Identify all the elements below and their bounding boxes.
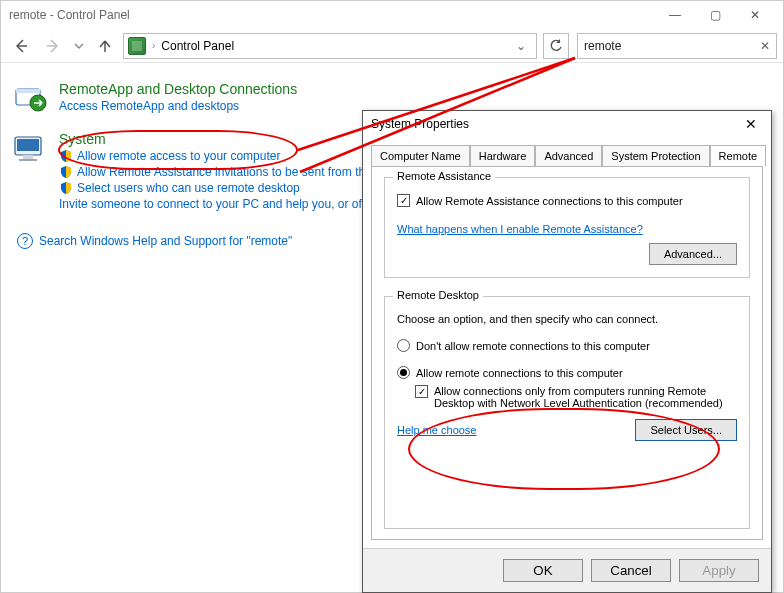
link-select-users[interactable]: Select users who can use remote desktop — [77, 181, 300, 195]
shield-icon — [59, 181, 73, 195]
close-button[interactable]: ✕ — [735, 3, 775, 27]
breadcrumb[interactable]: Control Panel — [161, 39, 234, 53]
system-icon — [13, 131, 47, 165]
chevron-down-icon — [74, 41, 84, 51]
checkbox-allow-ra-label: Allow Remote Assistance connections to t… — [416, 195, 683, 207]
tab-hardware[interactable]: Hardware — [470, 145, 536, 166]
checkbox-nla-label: Allow connections only from computers ru… — [434, 385, 734, 409]
ok-button[interactable]: OK — [503, 559, 583, 582]
address-bar[interactable]: › Control Panel ⌄ — [123, 33, 537, 59]
minimize-button[interactable]: — — [655, 3, 695, 27]
recent-dropdown[interactable] — [71, 33, 87, 59]
checkbox-allow-ra[interactable]: ✓ — [397, 194, 410, 207]
link-help-me-choose[interactable]: Help me choose — [397, 424, 477, 436]
shield-icon — [59, 165, 73, 179]
checkbox-nla[interactable]: ✓ — [415, 385, 428, 398]
toolbar: › Control Panel ⌄ remote ✕ — [1, 29, 783, 63]
radio-allow[interactable] — [397, 366, 410, 379]
clear-search-icon[interactable]: ✕ — [760, 39, 770, 53]
svg-rect-8 — [19, 159, 37, 161]
control-panel-icon — [128, 37, 146, 55]
search-input[interactable]: remote ✕ — [577, 33, 777, 59]
svg-rect-7 — [23, 155, 33, 159]
link-what-happens[interactable]: What happens when I enable Remote Assist… — [397, 223, 643, 235]
help-icon: ? — [17, 233, 33, 249]
radio-dont-allow-label: Don't allow remote connections to this c… — [416, 340, 650, 352]
link-allow-remote[interactable]: Allow remote access to your computer — [77, 149, 280, 163]
rd-instruction: Choose an option, and then specify who c… — [397, 313, 737, 325]
group-legend: Remote Assistance — [393, 170, 495, 182]
group-remote-desktop: Remote Desktop Choose an option, and the… — [384, 296, 750, 529]
window-titlebar: remote - Control Panel — ▢ ✕ — [1, 1, 783, 29]
svg-rect-6 — [17, 139, 39, 151]
remoteapp-icon — [13, 81, 47, 115]
tab-system-protection[interactable]: System Protection — [602, 145, 709, 166]
refresh-icon — [549, 39, 563, 53]
chevron-right-icon: › — [152, 40, 155, 51]
dialog-content: Remote Assistance ✓ Allow Remote Assista… — [371, 166, 763, 540]
tab-advanced[interactable]: Advanced — [535, 145, 602, 166]
tab-remote[interactable]: Remote — [710, 145, 767, 166]
forward-button[interactable] — [39, 33, 67, 59]
window-title: remote - Control Panel — [9, 8, 130, 22]
shield-icon — [59, 149, 73, 163]
result-sublink[interactable]: Access RemoteApp and desktops — [59, 99, 297, 113]
dialog-titlebar: System Properties ✕ — [363, 111, 771, 137]
dialog-close-button[interactable]: ✕ — [739, 114, 763, 134]
dialog-title: System Properties — [371, 117, 469, 131]
dialog-buttonbar: OK Cancel Apply — [363, 548, 771, 592]
arrow-left-icon — [13, 38, 29, 54]
radio-dont-allow[interactable] — [397, 339, 410, 352]
advanced-button[interactable]: Advanced... — [649, 243, 737, 265]
select-users-button[interactable]: Select Users... — [635, 419, 737, 441]
system-properties-dialog: System Properties ✕ Computer Name Hardwa… — [362, 110, 772, 593]
dialog-tabs: Computer Name Hardware Advanced System P… — [363, 137, 771, 166]
refresh-button[interactable] — [543, 33, 569, 59]
search-query: remote — [584, 39, 760, 53]
help-hint-text: Search Windows Help and Support for "rem… — [39, 234, 292, 248]
tab-computer-name[interactable]: Computer Name — [371, 145, 470, 166]
cancel-button[interactable]: Cancel — [591, 559, 671, 582]
group-remote-assistance: Remote Assistance ✓ Allow Remote Assista… — [384, 177, 750, 278]
back-button[interactable] — [7, 33, 35, 59]
apply-button[interactable]: Apply — [679, 559, 759, 582]
radio-allow-label: Allow remote connections to this compute… — [416, 367, 623, 379]
group-legend: Remote Desktop — [393, 289, 483, 301]
address-dropdown[interactable]: ⌄ — [510, 39, 532, 53]
arrow-up-icon — [97, 38, 113, 54]
maximize-button[interactable]: ▢ — [695, 3, 735, 27]
result-title[interactable]: RemoteApp and Desktop Connections — [59, 81, 297, 97]
svg-rect-3 — [16, 89, 40, 93]
arrow-right-icon — [45, 38, 61, 54]
up-button[interactable] — [91, 33, 119, 59]
